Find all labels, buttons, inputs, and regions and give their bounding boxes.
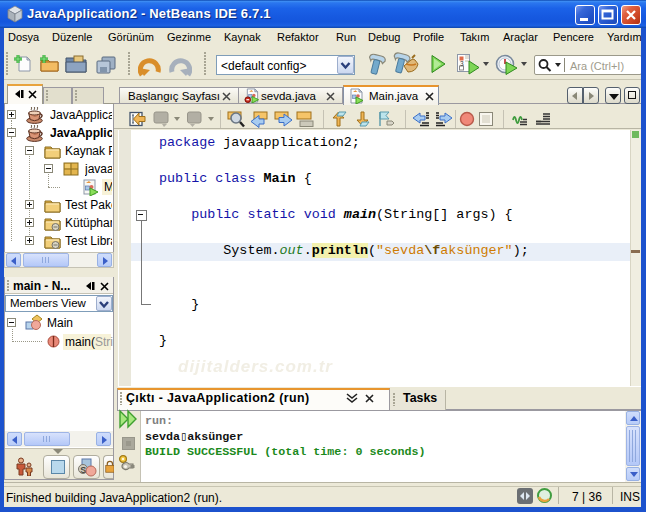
svg-text:S: S xyxy=(80,465,86,475)
svg-text:3: 3 xyxy=(460,60,464,67)
